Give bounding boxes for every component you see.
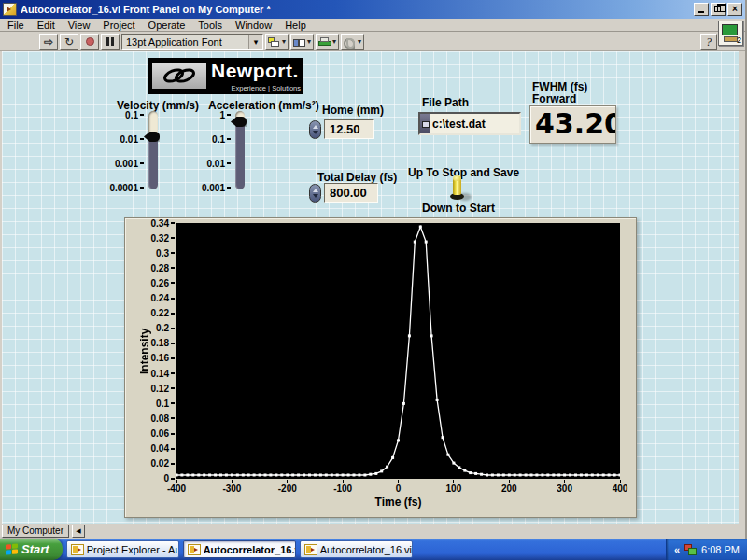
run-continuous-button[interactable]: ↻ [60, 34, 78, 50]
file-path-control: c:\test.dat [418, 112, 521, 135]
display-tray-icon[interactable] [684, 544, 697, 555]
velocity-slider: 0.10.010.0010.0001 [103, 111, 161, 189]
menubar: FileEditViewProjectOperateToolsWindowHel… [0, 19, 745, 32]
menu-item[interactable]: Tools [191, 20, 229, 31]
labview-app-icon [3, 3, 17, 16]
taskbar-item-block-diagram[interactable]: Autocorrelator_16.vi Blo... [300, 540, 413, 558]
scroll-left-icon[interactable]: ◀ [72, 525, 85, 538]
chevron-down-icon: ▾ [248, 35, 262, 49]
fwhm-sublabel: Forward [532, 92, 576, 105]
vi-icon-base [724, 36, 738, 42]
taskbar-item-label: Autocorrelator_16.vi ... [204, 544, 296, 555]
taskbar-item-label: Autocorrelator_16.vi Blo... [320, 544, 413, 555]
distribute-objects-icon [293, 37, 304, 47]
chart-trace-svg [176, 223, 620, 479]
fwhm-value: 43.205 [535, 107, 616, 140]
close-button[interactable]: × [727, 3, 742, 16]
window-title: Autocorrelator_16.vi Front Panel on My C… [21, 4, 692, 15]
menu-item[interactable]: File [1, 20, 31, 31]
velocity-scale: 0.10.010.0010.0001 [103, 115, 144, 188]
taskbar-item-label: Project Explorer - Autoc... [87, 544, 179, 555]
chevron-down-icon: ▾ [282, 37, 286, 46]
context-help-button[interactable]: ? [700, 34, 717, 50]
home-value[interactable]: 12.50 [324, 119, 374, 139]
fwhm-label: FWHM (fs) [532, 80, 587, 93]
home-spinner[interactable] [309, 120, 321, 139]
acceleration-slider-fill [235, 121, 245, 189]
file-path-value[interactable]: c:\test.dat [430, 114, 488, 133]
browse-icon[interactable] [420, 114, 430, 133]
taskbar-item-front-panel[interactable]: Autocorrelator_16.vi ... [183, 540, 296, 558]
labview-task-icon [304, 544, 317, 555]
total-delay-label: Total Delay (fs) [317, 171, 397, 184]
reorder-icon [344, 37, 355, 47]
front-panel: Newport. Experience | Solutions Velocity… [2, 51, 739, 524]
toggle-switch[interactable] [447, 175, 472, 203]
chevron-down-icon: ▾ [307, 37, 311, 46]
abort-icon [86, 37, 94, 46]
system-tray: « 6:08 PM [666, 539, 747, 560]
acceleration-slider-thumb[interactable] [231, 117, 247, 127]
titlebar[interactable]: Autocorrelator_16.vi Front Panel on My C… [0, 0, 745, 19]
taskbar: Start Project Explorer - Autoc... Autoco… [0, 539, 747, 560]
reorder-button[interactable]: ▾ [341, 34, 364, 50]
font-selector-value: 13pt Application Font [126, 36, 222, 48]
menu-item[interactable]: Project [96, 20, 141, 31]
start-label: Start [21, 542, 49, 556]
newport-logo-tagline: Experience | Solutions [232, 84, 302, 92]
minimize-button[interactable] [694, 3, 709, 16]
lv-statusbar: My Computer ◀ [0, 524, 745, 539]
acceleration-slider: 10.10.010.001 [193, 111, 247, 189]
toolbar: ⇨ ↻ 13pt Application Font ▾ ▾ ▾ ▾ [0, 33, 745, 51]
acceleration-scale: 10.10.010.001 [193, 115, 231, 188]
intensity-chart: Intensity 0.340.320.30.280.260.240.220.2… [124, 217, 637, 518]
vi-icon-screen [722, 24, 738, 35]
newport-logo-mark-icon [152, 63, 206, 89]
newport-logo: Newport. Experience | Solutions [148, 58, 303, 94]
menu-item[interactable]: View [62, 20, 97, 31]
align-objects-button[interactable]: ▾ [265, 34, 289, 50]
windows-logo-icon [6, 543, 18, 554]
taskbar-item-project-explorer[interactable]: Project Explorer - Autoc... [66, 540, 179, 558]
chart-plot-area [176, 223, 620, 479]
close-icon: × [732, 4, 738, 14]
velocity-slider-thumb[interactable] [144, 132, 160, 142]
run-continuous-icon: ↻ [64, 35, 74, 49]
distribute-objects-button[interactable]: ▾ [290, 34, 314, 50]
velocity-slider-fill [148, 136, 158, 189]
home-label: Home (mm) [322, 104, 384, 117]
newport-logo-name: Newport. [211, 60, 299, 82]
total-delay-value[interactable]: 800.00 [324, 183, 378, 203]
chart-xlabel: Time (fs) [176, 496, 620, 509]
run-button[interactable]: ⇨ [39, 34, 58, 50]
menu-item[interactable]: Operate [142, 20, 192, 31]
total-delay-control: 800.00 [309, 183, 378, 203]
pause-button[interactable] [101, 34, 120, 50]
home-control: 12.50 [309, 119, 374, 139]
resize-objects-button[interactable]: ▾ [316, 34, 339, 50]
total-delay-spinner[interactable] [309, 184, 321, 203]
toggle-lever[interactable] [453, 177, 461, 195]
menu-item[interactable]: Edit [31, 20, 62, 31]
start-button[interactable]: Start [0, 539, 63, 560]
tray-chevron-icon[interactable]: « [674, 544, 680, 555]
execution-target: My Computer [2, 525, 69, 538]
screen: Autocorrelator_16.vi Front Panel on My C… [0, 0, 747, 560]
chevron-down-icon: ▾ [358, 37, 361, 46]
font-selector[interactable]: 13pt Application Font ▾ [121, 34, 263, 50]
labview-task-icon [188, 544, 201, 555]
fwhm-display: 43.205 [529, 105, 616, 144]
menu-item[interactable]: Window [229, 20, 278, 31]
menu-item[interactable]: Help [278, 20, 313, 31]
file-path-label: File Path [422, 96, 469, 109]
labview-window: Autocorrelator_16.vi Front Panel on My C… [0, 0, 747, 539]
tray-clock[interactable]: 6:08 PM [701, 544, 740, 555]
vi-icon-badge: 2 [737, 35, 741, 45]
chevron-down-icon: ▾ [332, 37, 336, 46]
vi-icon[interactable]: 2 [718, 21, 743, 46]
abort-button[interactable] [80, 34, 99, 50]
run-icon: ⇨ [44, 35, 53, 49]
resize-objects-icon [318, 37, 330, 47]
align-objects-icon [268, 37, 279, 47]
restore-button[interactable] [711, 3, 726, 16]
